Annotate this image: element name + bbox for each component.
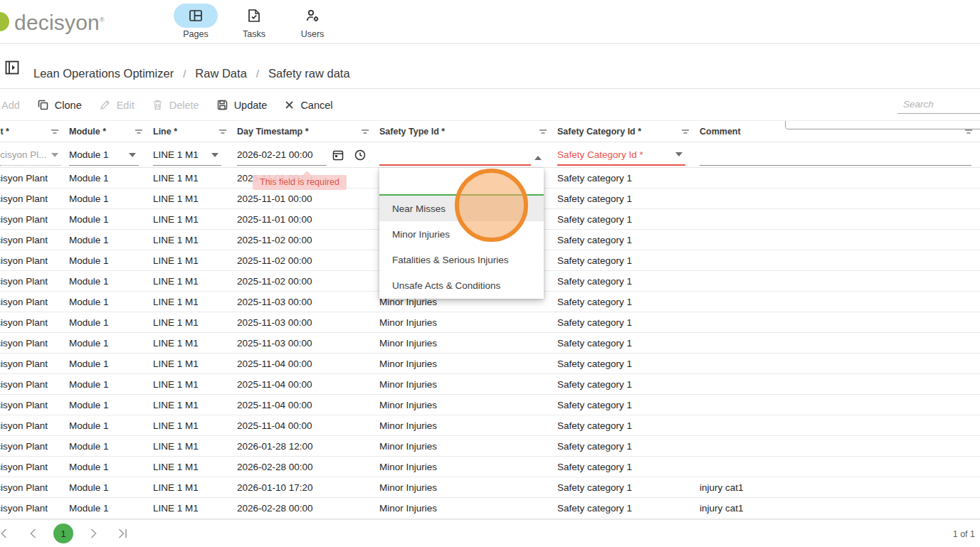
logo-text: decisyon® bbox=[14, 11, 105, 35]
cell-line: LINE 1 M1 bbox=[153, 338, 237, 349]
cell-module: Module 1 bbox=[69, 214, 153, 225]
cell-line: LINE 1 M1 bbox=[153, 420, 237, 431]
last-page-icon[interactable] bbox=[112, 524, 132, 543]
column-header-module[interactable]: Module * bbox=[69, 127, 153, 137]
cell-safety-type: Minor Injuries bbox=[379, 338, 557, 349]
clock-icon[interactable] bbox=[354, 149, 367, 161]
table-row[interactable]: Decisyon Plant Module 1 LINE 1 M1 2025-1… bbox=[0, 312, 980, 333]
cell-module: Module 1 bbox=[69, 317, 153, 328]
breadcrumb-item-page[interactable]: Safety raw data bbox=[268, 67, 350, 80]
cell-day-timestamp: 2026-01-28 12:00 bbox=[237, 441, 379, 452]
column-header-day-timestamp[interactable]: Day Timestamp * bbox=[237, 127, 379, 137]
cell-module: Module 1 bbox=[69, 441, 153, 452]
table-row[interactable]: Decisyon Plant Module 1 LINE 1 M1 2026-0… bbox=[0, 436, 980, 457]
cell-safety-type: Minor Injuries bbox=[379, 379, 557, 390]
cell-safety-category: Safety category 1 bbox=[557, 297, 700, 307]
column-header-line[interactable]: Line * bbox=[153, 127, 237, 137]
module-select[interactable]: Module 1 bbox=[69, 145, 139, 166]
pagination-controls: 1 bbox=[0, 524, 132, 543]
cell-safety-category: Safety category 1 bbox=[557, 214, 700, 225]
add-button[interactable]: Add bbox=[1, 100, 20, 111]
clone-button[interactable]: Clone bbox=[37, 99, 82, 111]
cell-safety-type: Minor Injuries bbox=[379, 462, 557, 472]
edit-button[interactable]: Edit bbox=[99, 99, 135, 111]
table-row[interactable]: Decisyon Plant Module 1 LINE 1 M1 2025-1… bbox=[0, 374, 980, 395]
nav-item-users[interactable]: Users bbox=[288, 4, 337, 39]
column-header-plant[interactable]: Plant * bbox=[0, 127, 69, 137]
filter-icon[interactable] bbox=[360, 127, 370, 137]
cell-safety-type: Minor Injuries bbox=[379, 359, 557, 369]
first-page-icon[interactable] bbox=[0, 524, 14, 543]
filter-icon[interactable] bbox=[50, 127, 60, 137]
column-header-comment[interactable]: Comment bbox=[700, 127, 980, 137]
main-nav: Pages Tasks Users bbox=[171, 4, 337, 39]
safety-type-select[interactable] bbox=[379, 145, 531, 166]
search-box bbox=[897, 96, 980, 114]
clone-icon bbox=[37, 99, 49, 111]
current-page-button[interactable]: 1 bbox=[53, 524, 73, 543]
delete-button[interactable]: Delete bbox=[152, 99, 199, 111]
pages-icon bbox=[174, 4, 218, 28]
decisyon-logo: decisyon® bbox=[0, 7, 105, 38]
cell-plant: Decisyon Plant bbox=[0, 235, 69, 245]
cell-day-timestamp: 2025-11-01 00:00 bbox=[237, 193, 379, 204]
previous-page-icon[interactable] bbox=[23, 524, 43, 543]
safety-category-select[interactable]: Safety Category Id * bbox=[557, 145, 685, 166]
cell-module: Module 1 bbox=[69, 338, 153, 349]
table-row[interactable]: Decisyon Plant Module 1 LINE 1 M1 2026-0… bbox=[0, 477, 980, 498]
table-row[interactable]: Decisyon Plant Module 1 LINE 1 M1 2025-1… bbox=[0, 354, 980, 374]
dropdown-option[interactable]: Fatalities & Serious Injuries bbox=[379, 247, 544, 272]
cell-line: LINE 1 M1 bbox=[153, 255, 237, 266]
day-timestamp-input[interactable]: 2026-02-21 00:00 bbox=[237, 145, 327, 166]
table-row[interactable]: Decisyon Plant Module 1 LINE 1 M1 2026-0… bbox=[0, 498, 980, 519]
save-icon bbox=[216, 99, 228, 111]
cell-day-timestamp: 2025-11-02 00:00 bbox=[237, 255, 379, 266]
filter-icon[interactable] bbox=[680, 127, 690, 137]
column-header-safety-type[interactable]: Safety Type Id * bbox=[379, 127, 557, 137]
cell-module: Module 1 bbox=[69, 235, 153, 245]
cell-safety-category: Safety category 1 bbox=[557, 173, 700, 184]
calendar-icon[interactable] bbox=[332, 149, 344, 161]
page-range-label: 1 of 1 bbox=[953, 529, 975, 539]
next-page-icon[interactable] bbox=[83, 524, 103, 543]
table-row[interactable]: Decisyon Plant Module 1 LINE 1 M1 2025-1… bbox=[0, 415, 980, 436]
column-header-safety-category[interactable]: Safety Category Id * bbox=[557, 127, 700, 137]
dropdown-option[interactable]: Unsafe Acts & Conditions bbox=[379, 272, 544, 298]
breadcrumb-item-app[interactable]: Lean Operations Optimizer bbox=[33, 67, 174, 80]
cell-line: LINE 1 M1 bbox=[153, 400, 237, 410]
update-button[interactable]: Update bbox=[216, 99, 268, 111]
filter-icon[interactable] bbox=[134, 127, 144, 137]
logo-trademark: ® bbox=[100, 16, 105, 23]
cell-plant: Decisyon Plant bbox=[0, 379, 69, 390]
line-select[interactable]: LINE 1 M1 bbox=[153, 145, 221, 166]
filter-icon[interactable] bbox=[218, 127, 228, 137]
sidebar-toggle-icon[interactable] bbox=[4, 60, 20, 78]
cell-plant: Decisyon Plant bbox=[0, 441, 69, 452]
cancel-icon bbox=[284, 100, 295, 110]
comment-input[interactable] bbox=[700, 145, 971, 166]
filter-icon[interactable] bbox=[964, 127, 974, 137]
cell-module: Module 1 bbox=[69, 420, 153, 431]
breadcrumb-item-section[interactable]: Raw Data bbox=[195, 67, 246, 80]
table-row[interactable]: Decisyon Plant Module 1 LINE 1 M1 2025-1… bbox=[0, 395, 980, 415]
nav-item-pages[interactable]: Pages bbox=[171, 4, 221, 39]
plant-select[interactable]: Decisyon Pl... bbox=[0, 145, 61, 166]
cell-day-timestamp: 2025-11-01 00:00 bbox=[237, 214, 379, 225]
table-row[interactable]: Decisyon Plant Module 1 LINE 1 M1 2025-1… bbox=[0, 333, 980, 354]
cell-plant: Decisyon Plant bbox=[0, 193, 69, 204]
cell-day-timestamp: 2025-11-02 00:00 bbox=[237, 235, 379, 245]
cell-plant: Decisyon Plant bbox=[0, 400, 69, 410]
search-input[interactable] bbox=[897, 96, 980, 114]
cell-safety-type: Minor Injuries bbox=[379, 400, 557, 410]
cell-line: LINE 1 M1 bbox=[153, 235, 237, 245]
cell-safety-category: Safety category 1 bbox=[557, 317, 700, 328]
nav-label-tasks: Tasks bbox=[243, 29, 265, 39]
chevron-up-icon[interactable] bbox=[534, 156, 542, 160]
cell-module: Module 1 bbox=[69, 276, 153, 287]
filter-icon[interactable] bbox=[538, 127, 548, 137]
edit-row: Decisyon Pl... Module 1 LINE 1 M1 2026-0… bbox=[0, 142, 980, 168]
nav-item-tasks[interactable]: Tasks bbox=[229, 4, 279, 39]
cell-line: LINE 1 M1 bbox=[153, 297, 237, 307]
cancel-button[interactable]: Cancel bbox=[284, 100, 332, 111]
table-row[interactable]: Decisyon Plant Module 1 LINE 1 M1 2026-0… bbox=[0, 457, 980, 477]
